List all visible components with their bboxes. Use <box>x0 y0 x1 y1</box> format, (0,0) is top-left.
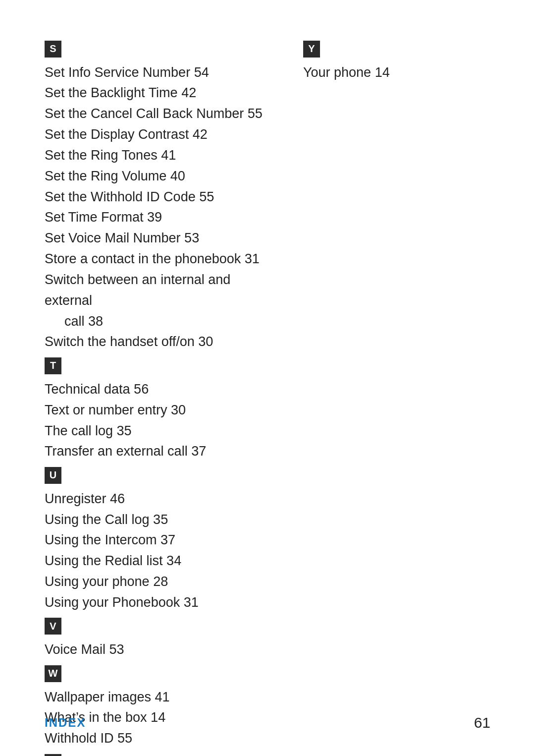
index-entry: Switch the handset off/on 30 <box>45 332 273 352</box>
section-group-t: TTechnical data 56Text or number entry 3… <box>45 356 273 462</box>
index-entry: Set Voice Mail Number 53 <box>45 228 273 249</box>
section-header-u: U <box>45 467 61 484</box>
index-entry: Using your Phonebook 31 <box>45 592 273 613</box>
index-entry: Your phone 14 <box>303 62 490 83</box>
index-entry: Store a contact in the phonebook 31 <box>45 249 273 270</box>
index-entry: Voice Mail 53 <box>45 640 273 660</box>
section-group-u: UUnregister 46Using the Call log 35Using… <box>45 466 273 613</box>
section-group-x: XXHD Sound 45 <box>45 753 273 756</box>
index-entry: Switch between an internal and external <box>45 270 273 311</box>
footer-index-label: INDEX <box>45 716 86 730</box>
section-group-y: YYour phone 14 <box>303 40 490 83</box>
section-header-s: S <box>45 41 61 58</box>
index-entry: Set the Display Contrast 42 <box>45 124 273 145</box>
index-entry: Set the Withhold ID Code 55 <box>45 187 273 208</box>
index-entry: Set Info Service Number 54 <box>45 62 273 83</box>
index-entry: Using the Intercom 37 <box>45 530 273 551</box>
section-header-t: T <box>45 357 61 374</box>
left-column: SSet Info Service Number 54Set the Backl… <box>45 40 273 716</box>
index-entry: Set the Ring Volume 40 <box>45 166 273 187</box>
section-group-w: WWallpaper images 41What’s in the box 14… <box>45 664 273 749</box>
index-entry: Set the Ring Tones 41 <box>45 145 273 166</box>
index-entry: Wallpaper images 41 <box>45 687 273 708</box>
section-header-v: V <box>45 618 61 635</box>
right-column: YYour phone 14 <box>303 40 490 716</box>
index-entry: Technical data 56 <box>45 379 273 400</box>
index-entry: Using the Redial list 34 <box>45 551 273 572</box>
footer: INDEX 61 <box>45 714 490 731</box>
section-header-x: X <box>45 754 61 756</box>
section-group-v: VVoice Mail 53 <box>45 617 273 660</box>
index-entry: The call log 35 <box>45 421 273 442</box>
section-header-y: Y <box>303 41 320 58</box>
index-entry: Transfer an external call 37 <box>45 441 273 462</box>
index-entry: Set the Cancel Call Back Number 55 <box>45 104 273 124</box>
index-entry: Set Time Format 39 <box>45 207 273 228</box>
section-group-s: SSet Info Service Number 54Set the Backl… <box>45 40 273 352</box>
index-entry: call 38 <box>45 311 273 332</box>
footer-page-number: 61 <box>474 714 490 731</box>
index-entry: Using the Call log 35 <box>45 510 273 530</box>
section-header-w: W <box>45 665 61 682</box>
index-entry: Withhold ID 55 <box>45 728 273 749</box>
index-entry: Using your phone 28 <box>45 572 273 592</box>
index-entry: Unregister 46 <box>45 489 273 510</box>
index-entry: Text or number entry 30 <box>45 400 273 421</box>
index-entry: Set the Backlight Time 42 <box>45 83 273 104</box>
